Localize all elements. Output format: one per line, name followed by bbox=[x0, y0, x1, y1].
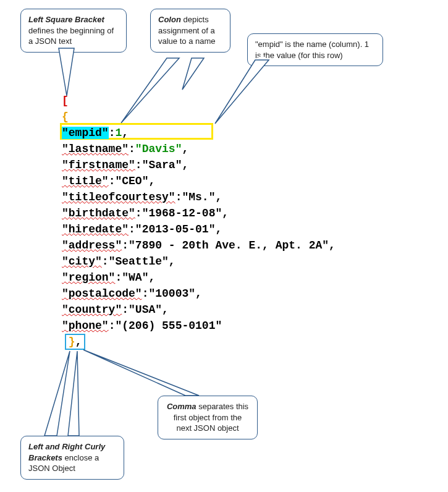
svg-marker-3 bbox=[167, 53, 179, 57]
svg-marker-8 bbox=[44, 351, 70, 436]
svg-marker-0 bbox=[59, 48, 74, 96]
svg-marker-12 bbox=[83, 350, 199, 396]
callout-left-bracket-bold: Left Square Bracket bbox=[28, 15, 104, 24]
callout-colon: Colon depicts assignment of a value to a… bbox=[150, 9, 230, 53]
svg-marker-10 bbox=[68, 351, 79, 436]
callout-comma: Comma separates this first object from t… bbox=[158, 396, 258, 439]
callout-comma-bold: Comma bbox=[167, 402, 197, 411]
callout-empid-text: "empid" is the name (column). 1 is the v… bbox=[255, 40, 369, 60]
callout-curly: Left and Right Curly Brackets enclose a … bbox=[20, 436, 124, 480]
callout-left-bracket: Left Square Bracket defines the beginnin… bbox=[20, 9, 127, 53]
callout-left-bracket-text: defines the beginning of a JSON text bbox=[28, 26, 114, 46]
svg-marker-4 bbox=[182, 58, 204, 90]
callout-empid: "empid" is the name (column). 1 is the v… bbox=[247, 33, 383, 66]
json-code-block: [ { "empid":1, "lastname":"Davis", "firs… bbox=[62, 93, 336, 350]
svg-marker-5 bbox=[192, 53, 204, 57]
callout-colon-bold: Colon bbox=[158, 15, 181, 24]
